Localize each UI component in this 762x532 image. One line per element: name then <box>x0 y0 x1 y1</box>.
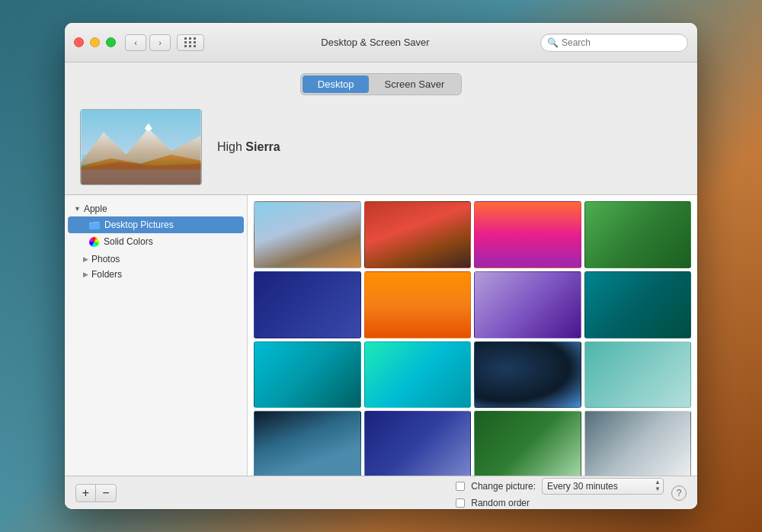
forward-button[interactable]: › <box>149 34 171 51</box>
change-picture-label: Change picture: <box>471 481 536 492</box>
folders-arrow: ▶ <box>83 271 88 278</box>
tab-group: Desktop Screen Saver <box>300 73 462 95</box>
add-remove-buttons: + − <box>75 484 117 502</box>
wallpaper-thumb[interactable] <box>584 341 692 409</box>
sidebar-item-desktop-pictures-label: Desktop Pictures <box>104 220 174 230</box>
sidebar-section-apple: ▼ Apple Desktop Pictures Solid Color <box>65 201 247 250</box>
wallpaper-thumb[interactable] <box>364 411 472 476</box>
sidebar: ▼ Apple Desktop Pictures Solid Color <box>65 195 248 476</box>
wallpaper-thumb[interactable] <box>254 271 361 338</box>
wallpaper-grid <box>254 201 691 476</box>
close-button[interactable] <box>74 37 84 47</box>
tab-desktop[interactable]: Desktop <box>303 75 370 93</box>
random-order-row: Random order <box>456 498 664 508</box>
sidebar-group-apple-label: Apple <box>84 204 107 214</box>
window-title: Desktop & Screen Saver <box>210 37 540 48</box>
change-picture-area: Change picture: Every 5 secondsEvery 1 m… <box>456 478 664 508</box>
search-icon: 🔍 <box>547 37 559 48</box>
back-button[interactable]: ‹ <box>125 34 146 51</box>
wallpaper-thumb[interactable] <box>254 411 361 476</box>
search-box[interactable]: 🔍 <box>540 34 688 52</box>
sidebar-group-apple[interactable]: ▼ Apple <box>65 201 247 216</box>
sidebar-item-solid-colors[interactable]: Solid Colors <box>68 233 244 250</box>
change-picture-row: Change picture: Every 5 secondsEvery 1 m… <box>456 478 664 495</box>
help-button[interactable]: ? <box>671 486 687 501</box>
search-input[interactable] <box>562 37 681 48</box>
wallpaper-thumb[interactable] <box>364 341 472 409</box>
grid-icon <box>184 37 197 47</box>
random-order-checkbox[interactable] <box>456 498 465 508</box>
wallpaper-thumb[interactable] <box>474 271 581 338</box>
fullscreen-button[interactable] <box>106 37 116 47</box>
photos-arrow: ▶ <box>83 255 88 263</box>
minimize-button[interactable] <box>90 37 100 47</box>
preview-area: High Sierra <box>65 103 697 194</box>
sidebar-item-folders[interactable]: ▶ Folders <box>65 267 247 282</box>
tab-screen-saver[interactable]: Screen Saver <box>369 75 459 93</box>
wallpaper-thumb[interactable] <box>254 341 361 409</box>
sidebar-item-photos[interactable]: ▶ Photos <box>65 252 247 267</box>
change-picture-checkbox[interactable] <box>456 482 465 491</box>
grid-view-button[interactable] <box>177 34 204 51</box>
folder-icon <box>89 220 100 230</box>
wallpaper-thumb[interactable] <box>474 341 581 409</box>
sidebar-item-desktop-pictures[interactable]: Desktop Pictures <box>68 216 244 233</box>
apple-group-arrow: ▼ <box>74 205 81 213</box>
wallpaper-grid-area[interactable] <box>248 195 697 476</box>
nav-buttons: ‹ › <box>125 34 171 51</box>
sidebar-item-solid-colors-label: Solid Colors <box>104 236 153 247</box>
window: ‹ › Desktop & Screen Saver 🔍 Desktop Scr… <box>65 23 697 509</box>
tab-bar: Desktop Screen Saver <box>65 62 697 103</box>
preview-label: High Sierra <box>217 140 280 154</box>
wallpaper-thumb[interactable] <box>474 411 581 476</box>
wallpaper-thumb[interactable] <box>584 201 692 268</box>
wallpaper-thumb[interactable] <box>474 201 581 268</box>
preview-scene-svg <box>81 110 201 184</box>
colorwheel-icon <box>89 237 99 247</box>
wallpaper-thumb[interactable] <box>584 271 692 338</box>
wallpaper-thumb[interactable] <box>254 201 361 268</box>
wallpaper-thumb[interactable] <box>584 411 692 476</box>
preview-thumbnail <box>80 109 202 185</box>
svg-marker-6 <box>82 162 201 184</box>
bottom-bar: + − Change picture: Every 5 secondsEvery… <box>65 476 697 509</box>
wallpaper-thumb[interactable] <box>364 271 472 338</box>
titlebar: ‹ › Desktop & Screen Saver 🔍 <box>65 23 697 62</box>
random-order-label: Random order <box>471 498 530 508</box>
add-button[interactable]: + <box>76 485 96 502</box>
sidebar-item-photos-label: Photos <box>91 254 120 264</box>
interval-select-wrapper: Every 5 secondsEvery 1 minuteEvery 5 min… <box>542 478 664 495</box>
remove-button[interactable]: − <box>96 485 116 502</box>
sidebar-item-folders-label: Folders <box>91 269 122 280</box>
main-panel: ▼ Apple Desktop Pictures Solid Color <box>65 194 697 476</box>
wallpaper-thumb[interactable] <box>364 201 472 268</box>
content-area: Desktop Screen Saver <box>65 62 697 509</box>
traffic-lights <box>74 37 116 47</box>
interval-select[interactable]: Every 5 secondsEvery 1 minuteEvery 5 min… <box>542 478 664 495</box>
